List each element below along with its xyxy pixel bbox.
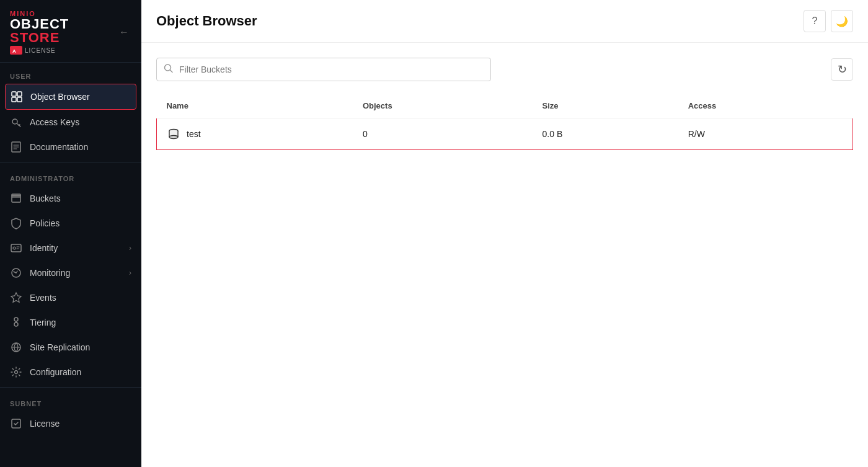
tiering-icon: [10, 316, 22, 329]
svg-rect-3: [12, 97, 16, 102]
filter-row: ↻: [156, 58, 853, 81]
sidebar-item-tiering[interactable]: Tiering: [0, 310, 141, 335]
sidebar-item-identity[interactable]: Identity ›: [0, 236, 141, 260]
bucket-size: 0.0 B: [533, 118, 678, 150]
filter-input-wrap: [156, 58, 491, 81]
moon-icon: 🌙: [836, 16, 848, 27]
sidebar-item-label-events: Events: [30, 293, 56, 303]
svg-point-20: [169, 136, 178, 139]
logo-store: STORE: [10, 30, 60, 45]
logo-title: OBJECT STORE: [10, 17, 117, 45]
bucket-cylinder-icon: [167, 127, 180, 141]
sidebar-item-site-replication[interactable]: Site Replication: [0, 335, 141, 360]
sidebar-item-access-keys[interactable]: Access Keys: [0, 110, 141, 135]
refresh-button[interactable]: ↻: [831, 58, 853, 81]
table-header-row: Name Objects Size Access: [157, 94, 853, 118]
sidebar-item-label-tiering: Tiering: [30, 318, 56, 327]
collapse-sidebar-button[interactable]: ←: [117, 24, 131, 40]
bucket-objects: 0: [353, 118, 533, 150]
main-content: Object Browser ? 🌙 ↻: [141, 0, 868, 467]
sidebar-item-label-site-replication: Site Replication: [30, 342, 90, 352]
svg-text:A: A: [12, 48, 16, 53]
help-button[interactable]: ?: [804, 10, 826, 32]
license-icon: [10, 417, 22, 430]
svg-rect-9: [11, 244, 21, 252]
monitoring-icon: [10, 267, 22, 279]
identity-icon: [10, 242, 22, 254]
sidebar-item-label-license: License: [30, 419, 60, 429]
search-icon: [164, 64, 174, 76]
access-keys-icon: [10, 116, 22, 128]
help-icon: ?: [812, 16, 818, 27]
identity-chevron-icon: ›: [129, 244, 131, 252]
table-body: test 00.0 BR/W: [157, 118, 853, 150]
sidebar-item-label-access-keys: Access Keys: [30, 117, 79, 127]
monitoring-chevron-icon: ›: [129, 269, 131, 277]
svg-rect-2: [17, 92, 22, 96]
site-replication-icon: [10, 341, 22, 354]
logo-area: MINIO OBJECT STORE A LICENSE: [10, 10, 117, 55]
table-header: Name Objects Size Access: [157, 94, 853, 118]
agpl-icon: A: [10, 46, 22, 55]
sidebar-item-buckets[interactable]: Buckets: [0, 186, 141, 211]
refresh-icon: ↻: [838, 63, 847, 76]
sidebar-item-license[interactable]: License: [0, 411, 141, 436]
svg-point-12: [14, 318, 18, 321]
sidebar-item-label-buckets: Buckets: [30, 193, 61, 203]
logo-badge-text: LICENSE: [25, 47, 56, 54]
svg-point-13: [14, 322, 18, 326]
sidebar-item-events[interactable]: Events: [0, 285, 141, 310]
sidebar-item-label-configuration: Configuration: [30, 367, 81, 377]
topbar-actions: ? 🌙: [804, 10, 853, 32]
policies-icon: [10, 217, 22, 229]
object-browser-icon: [11, 91, 23, 103]
col-size: Size: [533, 94, 678, 118]
user-section-label: User: [0, 63, 141, 84]
documentation-icon: [10, 141, 22, 153]
sidebar-divider-2: [0, 387, 141, 388]
sidebar-item-documentation[interactable]: Documentation: [0, 135, 141, 159]
sidebar-item-monitoring[interactable]: Monitoring ›: [0, 260, 141, 285]
bucket-name: test: [187, 129, 201, 139]
sidebar-item-label-documentation: Documentation: [30, 142, 88, 152]
sidebar-item-label-object-browser: Object Browser: [30, 92, 90, 102]
filter-buckets-input[interactable]: [156, 58, 491, 81]
bucket-name-cell: test: [157, 118, 353, 150]
sidebar-item-policies[interactable]: Policies: [0, 211, 141, 236]
sidebar-item-object-browser[interactable]: Object Browser: [5, 84, 136, 110]
svg-point-10: [13, 247, 16, 249]
bucket-access: R/W: [678, 118, 853, 150]
subnet-section-label: Subnet: [0, 390, 141, 411]
bucket-table: Name Objects Size Access test 00.0 BR/: [156, 94, 853, 150]
sidebar-item-configuration[interactable]: Configuration: [0, 360, 141, 385]
svg-rect-4: [17, 97, 22, 102]
col-access: Access: [678, 94, 853, 118]
configuration-icon: [10, 366, 22, 378]
sidebar-item-label-policies: Policies: [30, 218, 60, 228]
col-objects: Objects: [353, 94, 533, 118]
sidebar: MINIO OBJECT STORE A LICENSE ← User: [0, 0, 141, 467]
theme-toggle-button[interactable]: 🌙: [831, 10, 853, 32]
table-row[interactable]: test 00.0 BR/W: [157, 118, 853, 150]
svg-point-15: [15, 371, 18, 374]
buckets-icon: [10, 192, 22, 205]
sidebar-logo: MINIO OBJECT STORE A LICENSE ←: [0, 0, 141, 63]
admin-section-label: Administrator: [0, 165, 141, 186]
page-title: Object Browser: [156, 13, 257, 29]
sidebar-divider-1: [0, 162, 141, 162]
events-icon: [10, 291, 22, 304]
sidebar-item-label-monitoring: Monitoring: [30, 268, 70, 278]
topbar: Object Browser ? 🌙: [141, 0, 868, 43]
svg-rect-1: [12, 92, 16, 96]
content-area: ↻ Name Objects Size Access: [141, 43, 868, 467]
col-name: Name: [157, 94, 353, 118]
sidebar-item-label-identity: Identity: [30, 243, 58, 253]
logo-badge: A LICENSE: [10, 46, 117, 55]
